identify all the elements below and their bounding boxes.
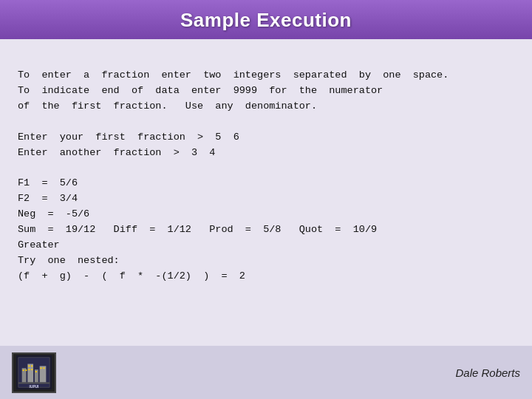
code-output: To enter a fraction enter two integers s…	[18, 52, 514, 300]
svg-rect-13	[41, 367, 42, 369]
svg-rect-11	[31, 369, 33, 370]
code-blank-2	[18, 162, 24, 173]
code-line-3: of the first fraction. Use any denominat…	[18, 100, 317, 112]
code-line-11: Try one nested:	[18, 255, 120, 266]
svg-rect-14	[43, 367, 44, 369]
code-line-9: Sum = 19/12 Diff = 1/12 Prod = 5/8 Quot …	[18, 224, 377, 235]
code-line-10: Greater	[18, 239, 60, 250]
code-line-4: Enter your first fraction > 5 6	[18, 132, 239, 143]
author-name: Dale Roberts	[455, 366, 520, 379]
code-line-6: F1 = 5/6	[18, 177, 78, 188]
code-blank-1	[18, 116, 24, 127]
code-line-5: Enter another fraction > 3 4	[18, 147, 215, 158]
svg-rect-6	[23, 369, 24, 371]
page-title: Sample Execution	[0, 9, 532, 32]
svg-text:IUPUI: IUPUI	[30, 385, 39, 389]
iupui-logo: IUPUI	[12, 352, 56, 393]
svg-rect-8	[28, 365, 30, 366]
code-line-7: F2 = 3/4	[18, 193, 78, 204]
code-line-1: To enter a fraction enter two integers s…	[18, 69, 449, 81]
code-line-8: Neg = -5/6	[18, 208, 89, 219]
svg-rect-9	[31, 365, 33, 366]
svg-rect-12	[35, 371, 37, 372]
code-line-12: (f + g) - ( f * -(1/2) ) = 2	[18, 270, 245, 282]
svg-rect-15	[18, 382, 50, 383]
code-line-2: To indicate end of data enter 9999 for t…	[18, 85, 383, 96]
svg-rect-10	[28, 369, 30, 370]
svg-rect-7	[25, 369, 27, 371]
